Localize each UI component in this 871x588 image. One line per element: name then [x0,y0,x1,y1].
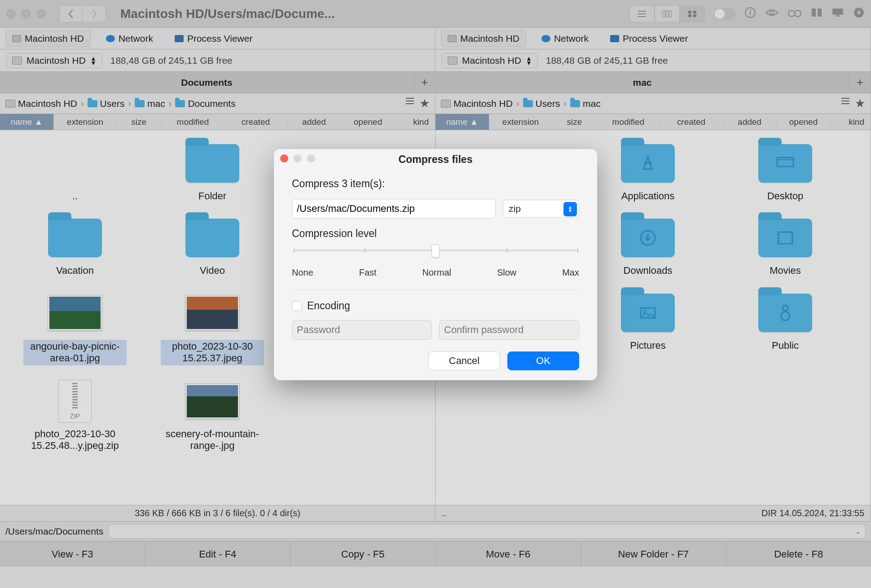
file-applications[interactable]: Applications [579,136,717,206]
col-modified[interactable]: modified [597,114,660,130]
file-updir[interactable]: .. [6,136,144,206]
move-button[interactable]: Move - F6 [436,541,581,567]
volume-select-left[interactable]: Macintosh HD ▲▼ [6,53,102,68]
crumb-label: mac [147,98,165,109]
delete-button[interactable]: Delete - F8 [726,541,871,567]
crumb-seg[interactable]: mac [135,98,165,109]
location-hd-tab[interactable]: Macintosh HD [5,30,91,47]
file-zip[interactable]: ZIPphoto_2023-10-30 15.25.48...y.jpeg.zi… [6,374,144,456]
view-button[interactable]: View - F3 [0,541,145,567]
crumb-seg[interactable]: Documents [175,98,235,109]
folder-icon [621,294,675,332]
file-video[interactable]: Video [144,211,281,281]
file-desktop[interactable]: Desktop [717,136,854,206]
col-name[interactable]: name ▲ [436,114,489,130]
col-added[interactable]: added [287,114,341,130]
close-dot[interactable] [6,9,15,18]
col-size[interactable]: size [552,114,597,130]
confirm-password-input[interactable] [439,320,579,340]
location-process-label: Process Viewer [187,33,253,44]
location-hd-tab-r[interactable]: Macintosh HD [441,30,526,47]
volume-pane-left: Macintosh HD ▲▼ 188,48 GB of 245,11 GB f… [0,49,436,72]
globe-icon [541,35,550,42]
format-select[interactable]: zip ▲▼ [503,200,579,218]
view-columns-button[interactable] [655,5,680,22]
crumb-seg[interactable]: Macintosh HD [5,98,77,109]
encoding-checkbox[interactable] [292,301,302,311]
zoom-dot[interactable] [37,9,46,18]
col-opened[interactable]: opened [777,114,831,130]
info-icon[interactable] [744,7,756,21]
file-vacation[interactable]: Vacation [6,211,144,281]
col-extension[interactable]: extension [489,114,552,130]
file-angourie[interactable]: angourie-bay-picnic-area-01.jpg [6,286,144,370]
location-network-tab[interactable]: Network [100,31,159,47]
list-icon[interactable] [405,97,415,110]
col-name[interactable]: name ▲ [0,114,54,130]
nav-forward-button[interactable] [83,5,106,22]
svg-rect-0 [663,11,665,17]
crumb-seg[interactable]: Macintosh HD [441,98,513,109]
dialog-zoom-dot[interactable] [307,154,315,162]
copy-button[interactable]: Copy - F5 [290,541,436,567]
col-added[interactable]: added [723,114,777,130]
crumb-seg[interactable]: mac [570,98,601,109]
file-downloads[interactable]: Downloads [579,211,717,281]
edit-button[interactable]: Edit - F4 [145,541,291,567]
col-created[interactable]: created [660,114,723,130]
download-icon[interactable] [853,7,865,21]
folder-icon [758,294,812,332]
cancel-button[interactable]: Cancel [428,351,500,370]
star-icon[interactable]: ★ [419,97,430,110]
minimize-dot[interactable] [22,9,31,18]
file-pictures[interactable]: Pictures [579,286,717,356]
new-folder-button[interactable]: New Folder - F7 [581,541,726,567]
password-input[interactable] [292,320,432,340]
slider-thumb[interactable] [431,244,440,258]
nav-back-button[interactable] [59,5,83,22]
hd-icon [12,35,21,42]
col-modified[interactable]: modified [162,114,224,130]
volume-select-right[interactable]: Macintosh HD ▲▼ [442,53,538,68]
compression-slider[interactable] [294,246,577,254]
dual-pane-icon[interactable] [811,8,823,20]
path-combo[interactable]: ⌄ [109,524,866,539]
svg-point-11 [788,10,795,17]
file-folder[interactable]: Folder [144,136,281,206]
col-kind[interactable]: kind [831,114,871,130]
crumb-seg[interactable]: Users [523,98,560,109]
chevron-right-icon: › [563,98,567,109]
dialog-min-dot[interactable] [294,154,302,162]
desktop-icon[interactable] [831,8,844,20]
binoculars-icon[interactable] [787,8,802,20]
list-icon[interactable] [840,97,850,110]
file-photo-37[interactable]: photo_2023-10-30 15.25.37.jpeg [144,286,281,370]
quicklook-icon[interactable] [765,8,779,19]
svg-rect-5 [688,14,691,17]
compress-dialog: Compress files Compress 3 item(s): zip ▲… [274,149,597,380]
location-process-tab[interactable]: Process Viewer [168,31,259,47]
col-kind[interactable]: kind [395,114,435,130]
col-extension[interactable]: extension [54,114,117,130]
col-opened[interactable]: opened [341,114,395,130]
location-process-tab-r[interactable]: Process Viewer [604,31,695,47]
file-public[interactable]: Public [717,286,854,356]
view-list-button[interactable] [629,5,655,22]
tab-add-right[interactable]: + [849,72,871,93]
ok-button[interactable]: OK [507,351,579,370]
toggle-switch[interactable] [714,8,735,20]
view-icons-button[interactable] [680,5,705,22]
col-size[interactable]: size [117,114,162,130]
folder-icon [175,100,185,107]
tab-add-left[interactable]: + [414,72,435,93]
file-scenery[interactable]: scenery-of-mountain-range-.jpg [144,374,281,456]
crumb-seg[interactable]: Users [88,98,125,109]
tab-documents[interactable]: Documents [0,72,414,93]
location-network-tab-r[interactable]: Network [535,31,595,47]
tab-mac[interactable]: mac [436,72,849,93]
output-path-input[interactable] [292,199,496,219]
dialog-close-dot[interactable] [280,154,288,162]
star-icon[interactable]: ★ [855,97,865,110]
col-created[interactable]: created [224,114,287,130]
file-movies[interactable]: Movies [717,211,854,281]
